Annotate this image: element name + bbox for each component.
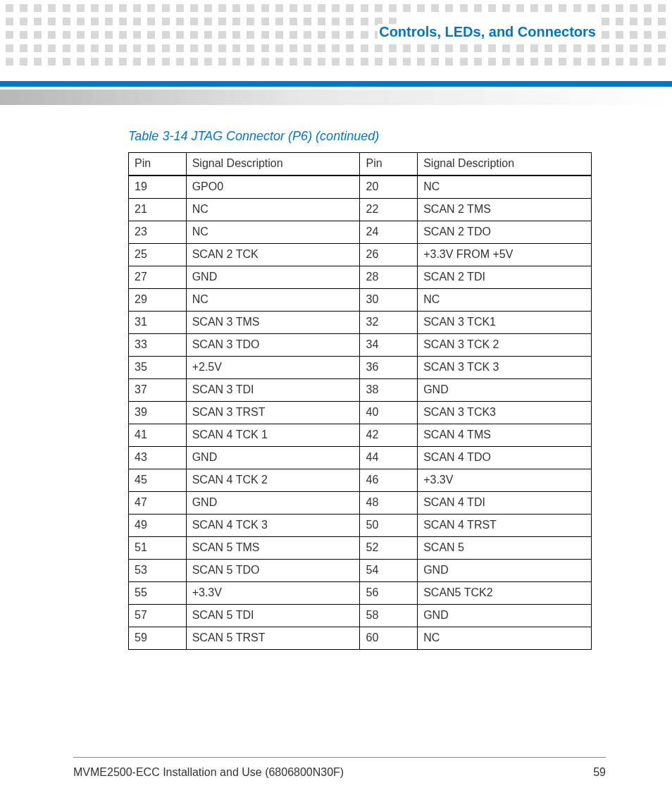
cell-pin: 29 (129, 289, 187, 312)
cell-signal: GPO0 (186, 175, 360, 199)
cell-signal: SCAN 4 TDO (418, 447, 592, 469)
cell-signal: SCAN 4 TDI (418, 492, 592, 515)
section-heading: Controls, LEDs, and Connectors (378, 24, 597, 40)
cell-pin: 23 (129, 221, 187, 244)
table-row: 49SCAN 4 TCK 350SCAN 4 TRST (129, 515, 592, 537)
cell-signal: SCAN5 TCK2 (418, 582, 592, 605)
cell-signal: GND (186, 492, 360, 515)
cell-pin: 31 (129, 312, 187, 334)
cell-signal: SCAN 5 TDI (186, 605, 360, 627)
cell-signal: SCAN 5 TDO (186, 560, 360, 582)
cell-signal: SCAN 3 TDI (186, 379, 360, 402)
table-row: 53SCAN 5 TDO54GND (129, 560, 592, 582)
cell-pin: 26 (360, 244, 418, 266)
cell-pin: 34 (360, 334, 418, 357)
table-row: 23NC24SCAN 2 TDO (129, 221, 592, 244)
table-row: 43GND44SCAN 4 TDO (129, 447, 592, 469)
col-pin-a: Pin (129, 153, 187, 176)
col-signal-a: Signal Description (186, 153, 360, 176)
cell-signal: SCAN 3 TCK 2 (418, 334, 592, 357)
table-row: 27GND28SCAN 2 TDI (129, 266, 592, 289)
cell-pin: 38 (360, 379, 418, 402)
col-pin-b: Pin (360, 153, 418, 176)
cell-signal: SCAN 3 TCK3 (418, 402, 592, 424)
cell-pin: 55 (129, 582, 187, 605)
cell-pin: 52 (360, 537, 418, 560)
cell-signal: NC (418, 289, 592, 312)
cell-signal: +2.5V (186, 357, 360, 379)
cell-pin: 36 (360, 357, 418, 379)
cell-signal: NC (186, 221, 360, 244)
cell-signal: +3.3V (186, 582, 360, 605)
footer-page-number: 59 (593, 766, 606, 779)
cell-signal: SCAN 2 TCK (186, 244, 360, 266)
cell-pin: 41 (129, 424, 187, 447)
cell-signal: GND (418, 379, 592, 402)
cell-pin: 40 (360, 402, 418, 424)
cell-signal: SCAN 5 (418, 537, 592, 560)
grey-gradient (0, 90, 672, 105)
cell-pin: 30 (360, 289, 418, 312)
table-row: 51SCAN 5 TMS52SCAN 5 (129, 537, 592, 560)
cell-pin: 54 (360, 560, 418, 582)
cell-pin: 33 (129, 334, 187, 357)
cell-pin: 27 (129, 266, 187, 289)
table-row: 31SCAN 3 TMS32SCAN 3 TCK1 (129, 312, 592, 334)
table-row: 35+2.5V36SCAN 3 TCK 3 (129, 357, 592, 379)
table-row: 55+3.3V56SCAN5 TCK2 (129, 582, 592, 605)
cell-signal: SCAN 3 TDO (186, 334, 360, 357)
cell-signal: SCAN 4 TCK 2 (186, 469, 360, 492)
cell-pin: 32 (360, 312, 418, 334)
cell-signal: SCAN 2 TDI (418, 266, 592, 289)
cell-signal: NC (186, 199, 360, 221)
cell-pin: 20 (360, 175, 418, 199)
cell-signal: SCAN 4 TCK 1 (186, 424, 360, 447)
cell-signal: SCAN 3 TMS (186, 312, 360, 334)
cell-signal: GND (418, 560, 592, 582)
cell-signal: SCAN 2 TDO (418, 221, 592, 244)
cell-pin: 45 (129, 469, 187, 492)
cell-pin: 51 (129, 537, 187, 560)
cell-signal: SCAN 5 TMS (186, 537, 360, 560)
cell-signal: SCAN 3 TCK 3 (418, 357, 592, 379)
cell-pin: 47 (129, 492, 187, 515)
table-row: 29NC30NC (129, 289, 592, 312)
cell-pin: 46 (360, 469, 418, 492)
cell-signal: NC (418, 175, 592, 199)
cell-pin: 37 (129, 379, 187, 402)
table-row: 47GND48SCAN 4 TDI (129, 492, 592, 515)
cell-signal: NC (186, 289, 360, 312)
cell-signal: +3.3V (418, 469, 592, 492)
footer-divider (73, 757, 606, 758)
cell-signal: SCAN 5 TRST (186, 627, 360, 650)
table-header-row: Pin Signal Description Pin Signal Descri… (129, 153, 592, 176)
cell-pin: 21 (129, 199, 187, 221)
cell-signal: GND (186, 266, 360, 289)
cell-pin: 22 (360, 199, 418, 221)
cell-pin: 35 (129, 357, 187, 379)
jtag-connector-table: Pin Signal Description Pin Signal Descri… (128, 152, 592, 650)
cell-pin: 24 (360, 221, 418, 244)
cell-pin: 43 (129, 447, 187, 469)
cell-signal: SCAN 4 TMS (418, 424, 592, 447)
cell-signal: SCAN 4 TCK 3 (186, 515, 360, 537)
cell-pin: 44 (360, 447, 418, 469)
table-row: 57SCAN 5 TDI58GND (129, 605, 592, 627)
table-row: 21NC22SCAN 2 TMS (129, 199, 592, 221)
cell-pin: 39 (129, 402, 187, 424)
table-row: 25SCAN 2 TCK26+3.3V FROM +5V (129, 244, 592, 266)
cell-signal: +3.3V FROM +5V (418, 244, 592, 266)
cell-signal: GND (418, 605, 592, 627)
cell-pin: 59 (129, 627, 187, 650)
cell-pin: 25 (129, 244, 187, 266)
table-caption: Table 3-14 JTAG Connector (P6) (continue… (128, 129, 379, 144)
table-row: 33SCAN 3 TDO34SCAN 3 TCK 2 (129, 334, 592, 357)
cell-signal: GND (186, 447, 360, 469)
col-signal-b: Signal Description (418, 153, 592, 176)
cell-signal: NC (418, 627, 592, 650)
cell-pin: 19 (129, 175, 187, 199)
cell-signal: SCAN 3 TCK1 (418, 312, 592, 334)
cell-pin: 50 (360, 515, 418, 537)
page-footer: MVME2500-ECC Installation and Use (68068… (73, 766, 606, 779)
cell-signal: SCAN 4 TRST (418, 515, 592, 537)
